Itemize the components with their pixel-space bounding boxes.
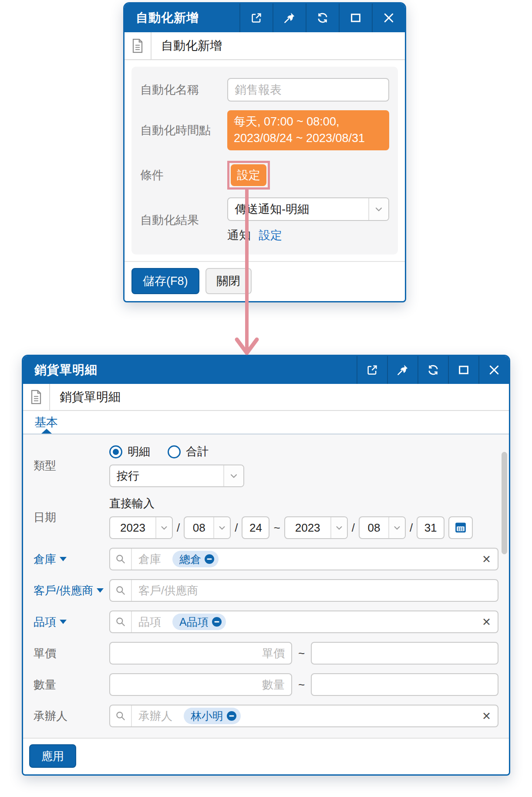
remove-tag-icon[interactable] [212,617,222,627]
field-row-owner: 承辦人 承辦人 林小明 ✕ [34,705,498,727]
field-row-customer: 客戶/供應商 客戶/供應商 [34,579,498,602]
price-min-input[interactable] [109,642,292,665]
warehouse-label[interactable]: 倉庫 [34,552,109,567]
chevron-down-icon [388,517,405,538]
scrollbar-thumb[interactable] [502,452,507,554]
item-label[interactable]: 品項 [34,614,109,630]
field-row-item: 品項 品項 A品項 ✕ [34,610,498,633]
quantity-label: 數量 [34,677,109,692]
close-icon [382,11,395,24]
automation-dialog-titlebar[interactable]: 自動化新增 [125,3,405,32]
search-icon [110,549,132,570]
condition-settings-button[interactable]: 設定 [231,164,266,186]
clear-field-icon[interactable]: ✕ [475,710,498,722]
quantity-min-input[interactable] [109,673,292,696]
to-month-select[interactable]: 08 [359,516,406,539]
price-max-input[interactable] [311,642,498,665]
clear-field-icon[interactable]: ✕ [475,553,498,566]
chevron-down-icon [155,517,172,538]
search-icon [110,580,132,601]
condition-highlight-callout: 設定 [227,161,270,190]
schedule-value-box[interactable]: 每天, 07:00 ~ 08:00, 2023/08/24 ~ 2023/08/… [227,110,389,150]
row-mode-value: 按行 [110,468,223,484]
item-label-text: 品項 [34,614,56,630]
date-separator: / [352,521,355,535]
from-day-input[interactable]: 24 [242,516,269,539]
maximize-icon [457,363,470,376]
chevron-down-icon [223,465,243,486]
maximize-icon [349,11,362,24]
radio-option-total[interactable]: 合計 [168,444,209,459]
customer-label[interactable]: 客戶/供應商 [34,583,109,598]
radio-total-label: 合計 [186,444,209,459]
chevron-down-icon [330,517,347,538]
calendar-picker-button[interactable] [448,516,473,539]
refresh-button[interactable] [418,356,448,384]
document-icon [23,384,50,410]
item-search-input[interactable]: 品項 A品項 ✕ [109,610,498,633]
warehouse-placeholder: 倉庫 [138,552,161,567]
dialog-doc-title: 自動化新增 [152,32,222,59]
tab-basic[interactable]: 基本 [34,414,58,430]
pin-button[interactable] [273,3,306,32]
to-day-input[interactable]: 31 [417,516,444,539]
result-type-value: 傳送通知-明細 [228,201,368,217]
close-button[interactable] [478,356,509,384]
price-label: 單價 [34,646,109,661]
date-input-mode: 直接輸入 [109,496,498,511]
maximize-button[interactable] [448,356,478,384]
sales-dialog-titlebar[interactable]: 銷貨單明細 [23,356,509,384]
automation-schedule-row: 自動化時間點 每天, 07:00 ~ 08:00, 2023/08/24 ~ 2… [140,110,389,150]
dialog-header: 自動化新增 [125,32,405,60]
range-tilde: ~ [273,521,280,535]
warehouse-search-input[interactable]: 倉庫 總倉 ✕ [109,548,498,570]
search-icon [110,611,132,632]
tab-bar: 基本 [23,411,509,434]
pin-button[interactable] [387,356,418,384]
warehouse-tag[interactable]: 總倉 [172,551,219,567]
refresh-icon [427,363,440,376]
to-day-value: 31 [418,521,444,535]
dialog-title: 自動化新增 [125,3,239,32]
radio-detail-label: 明細 [128,444,150,459]
row-mode-select[interactable]: 按行 [109,465,244,487]
radio-option-detail[interactable]: 明細 [109,444,150,459]
close-icon [488,363,501,376]
apply-button[interactable]: 應用 [29,744,76,768]
field-row-date: 日期 直接輸入 2023 / 08 / 24 [34,496,498,539]
radio-total-unselected [168,445,181,458]
to-year-select[interactable]: 2023 [284,516,348,539]
date-separator: / [410,521,413,535]
notify-settings-link[interactable]: 設定 [259,227,282,243]
save-button[interactable]: 儲存(F8) [131,268,199,294]
to-year-value: 2023 [285,521,330,535]
filter-form: 類型 明細 合計 按行 [23,434,509,738]
quantity-max-input[interactable] [311,673,498,696]
remove-tag-icon[interactable] [204,554,215,564]
automation-result-row: 自動化結果 傳送通知-明細 通知 設定 [140,197,389,243]
open-in-new-window-button[interactable] [239,3,273,32]
maximize-button[interactable] [339,3,372,32]
owner-tag[interactable]: 林小明 [184,708,241,724]
from-year-value: 2023 [110,521,155,535]
customer-placeholder: 客戶/供應商 [138,583,198,598]
open-in-new-window-button[interactable] [357,356,387,384]
schedule-line-2: 2023/08/24 ~ 2023/08/31 [234,130,383,147]
condition-row: 條件 設定 [140,161,389,190]
close-dialog-button[interactable]: 關閉 [205,268,252,294]
customer-search-input[interactable]: 客戶/供應商 [109,579,498,602]
document-icon [125,32,152,59]
close-button[interactable] [372,3,405,32]
field-row-price: 單價 ~ [34,642,498,665]
clear-field-icon[interactable]: ✕ [475,616,498,628]
type-radio-group: 明細 合計 [109,444,498,459]
owner-search-input[interactable]: 承辦人 林小明 ✕ [109,705,498,727]
remove-tag-icon[interactable] [226,711,237,721]
automation-name-input[interactable] [227,78,389,102]
from-year-select[interactable]: 2023 [109,516,173,539]
result-type-select[interactable]: 傳送通知-明細 [227,197,389,221]
radio-detail-selected [109,445,122,458]
from-month-select[interactable]: 08 [184,516,231,539]
item-tag[interactable]: A品項 [172,614,226,630]
refresh-button[interactable] [306,3,339,32]
